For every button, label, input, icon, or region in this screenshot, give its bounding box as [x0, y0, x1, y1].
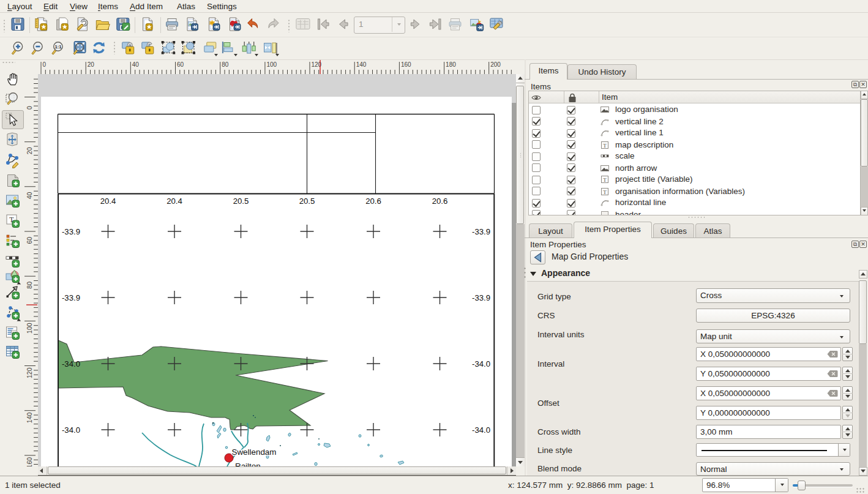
svg-text:60: 60 [177, 61, 184, 68]
svg-text:1:1: 1:1 [54, 44, 61, 50]
svg-text:Swellendam: Swellendam [232, 447, 277, 457]
svg-text:0: 0 [43, 61, 47, 68]
svg-text:100: 100 [26, 323, 33, 334]
svg-text:0: 0 [26, 106, 33, 110]
svg-text:140: 140 [26, 413, 33, 424]
svg-text:-33.9: -33.9 [472, 227, 490, 236]
svg-text:-34.0: -34.0 [472, 425, 490, 435]
svg-text:140: 140 [356, 61, 367, 68]
svg-text:20.6: 20.6 [432, 196, 448, 206]
svg-text:T: T [603, 143, 607, 149]
svg-text:T: T [603, 189, 607, 195]
svg-text:160: 160 [401, 61, 411, 68]
svg-text:200: 200 [490, 61, 501, 68]
svg-text:20.6: 20.6 [365, 196, 381, 206]
svg-text:180: 180 [446, 61, 456, 68]
svg-text:20: 20 [26, 147, 33, 154]
svg-text:80: 80 [26, 282, 33, 289]
svg-text:-34.0: -34.0 [62, 359, 80, 369]
svg-text:-34.0: -34.0 [62, 425, 80, 435]
svg-text:20.5: 20.5 [299, 196, 315, 206]
svg-text:-34.0: -34.0 [472, 359, 490, 369]
svg-text:40: 40 [132, 61, 140, 68]
svg-text:Railton: Railton [235, 462, 261, 466]
svg-text:20.4: 20.4 [100, 196, 116, 206]
svg-text:20.5: 20.5 [233, 196, 249, 206]
svg-text:100: 100 [266, 61, 277, 68]
svg-text:160: 160 [26, 457, 33, 466]
svg-text:120: 120 [26, 367, 33, 378]
svg-text:20.4: 20.4 [166, 196, 182, 206]
svg-text:60: 60 [26, 237, 33, 244]
svg-text:-33.9: -33.9 [62, 293, 80, 302]
svg-text:-33.9: -33.9 [472, 293, 490, 302]
svg-text:T: T [603, 177, 607, 183]
svg-text:20: 20 [88, 61, 95, 68]
svg-text:-33.9: -33.9 [62, 227, 80, 236]
svg-text:40: 40 [26, 192, 33, 199]
svg-text:80: 80 [222, 61, 229, 68]
